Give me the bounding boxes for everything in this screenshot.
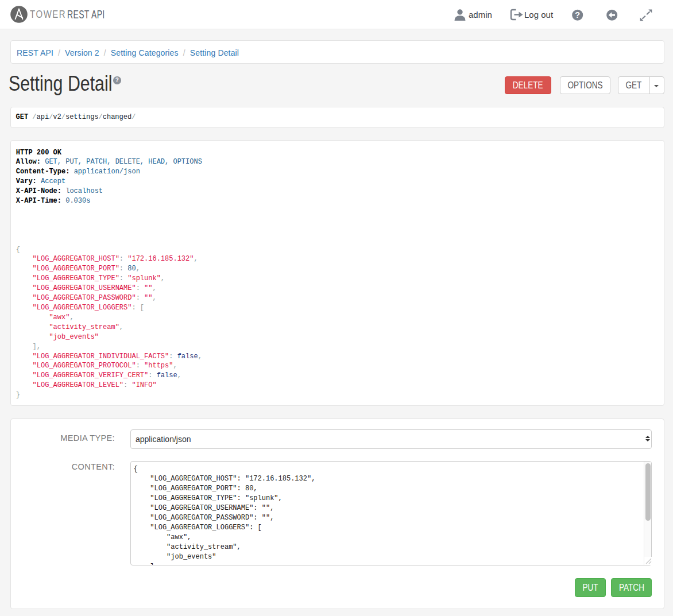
svg-text:?: ? [575, 10, 580, 20]
